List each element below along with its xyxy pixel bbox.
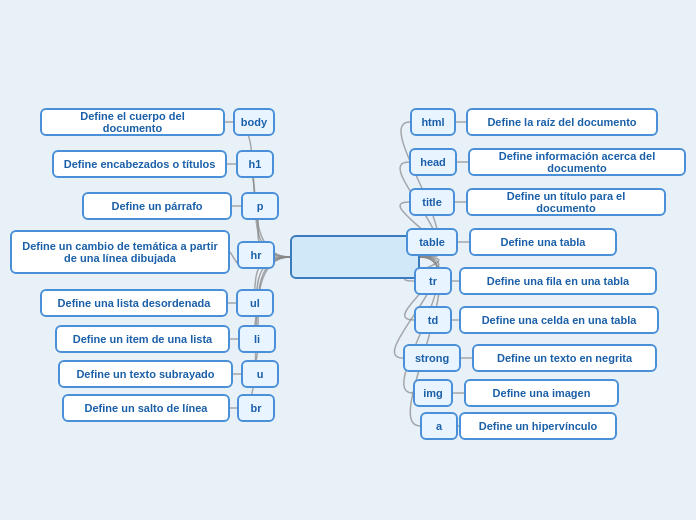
desc-ul: Define una lista desordenada [40, 289, 228, 317]
desc-html: Define la raíz del documento [466, 108, 658, 136]
tag-a: a [420, 412, 458, 440]
tag-strong: strong [403, 344, 461, 372]
tag-title: title [409, 188, 455, 216]
desc-u: Define un texto subrayado [58, 360, 233, 388]
desc-title: Define un título para el documento [466, 188, 666, 216]
desc-td: Define una celda en una tabla [459, 306, 659, 334]
desc-li: Define un item de una lista [55, 325, 230, 353]
desc-head: Define información acerca del documento [468, 148, 686, 176]
desc-tr: Define una fila en una tabla [459, 267, 657, 295]
center-node [290, 235, 420, 279]
tag-p: p [241, 192, 279, 220]
tag-td: td [414, 306, 452, 334]
desc-table: Define una tabla [469, 228, 617, 256]
desc-body: Define el cuerpo del documento [40, 108, 225, 136]
desc-br: Define un salto de línea [62, 394, 230, 422]
desc-h1: Define encabezados o títulos [52, 150, 227, 178]
tag-hr: hr [237, 241, 275, 269]
tag-ul: ul [236, 289, 274, 317]
tag-br: br [237, 394, 275, 422]
tag-html: html [410, 108, 456, 136]
tag-tr: tr [414, 267, 452, 295]
tag-img: img [413, 379, 453, 407]
tag-table: table [406, 228, 458, 256]
tag-h1: h1 [236, 150, 274, 178]
desc-p: Define un párrafo [82, 192, 232, 220]
desc-a: Define un hipervínculo [459, 412, 617, 440]
tag-body: body [233, 108, 275, 136]
desc-hr: Define un cambio de temática a partir de… [10, 230, 230, 274]
desc-img: Define una imagen [464, 379, 619, 407]
tag-u: u [241, 360, 279, 388]
desc-strong: Define un texto en negrita [472, 344, 657, 372]
tag-li: li [238, 325, 276, 353]
tag-head: head [409, 148, 457, 176]
svg-line-3 [230, 252, 237, 263]
